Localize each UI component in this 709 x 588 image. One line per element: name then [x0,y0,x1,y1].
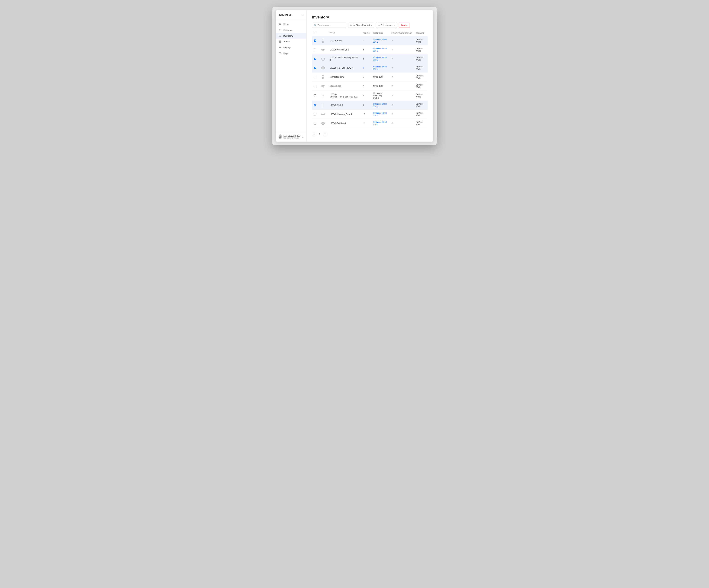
inventory-table-container: TITLE PART # MATERIAL POST-PROCESSINGS S… [312,30,428,128]
menu-toggle-icon[interactable]: ☰ [301,13,304,17]
delete-label: Delete [401,24,407,26]
part-thumbnail [320,74,326,80]
user-email-primary: test+admin@3yd.de [284,135,300,137]
row-material: Stainless Steel 316 L [371,110,390,119]
table-row: 100046-Modified_Fan_Blade_Rev_E-2 8 Alum… [312,91,428,101]
sidebar-item-requests[interactable]: Requests [276,27,307,33]
row-checkbox-cell[interactable] [312,73,318,82]
page-title: Inventory [312,15,428,20]
row-title: 100046-Modified_Fan_Blade_Rev_E-2 [328,91,361,101]
orders-icon [279,40,281,43]
col-header-title: TITLE [328,30,361,36]
current-page-number: 1 [318,132,322,136]
svg-rect-27 [324,113,324,114]
row-checkbox[interactable] [314,58,316,60]
material-link[interactable]: Stainless Steel 316 L [373,66,387,70]
sidebar-item-orders[interactable]: Orders [276,39,307,45]
sidebar-item-orders-label: Orders [283,41,290,43]
row-checkbox[interactable] [314,49,316,51]
row-checkbox-cell[interactable] [312,36,318,45]
user-menu-chevron-icon[interactable]: ▲ [302,136,304,138]
row-checkbox[interactable] [314,104,316,106]
row-checkbox-cell[interactable] [312,101,318,110]
material-link[interactable]: Stainless Steel 316 L [373,112,387,117]
part-thumbnail [320,37,326,44]
prev-page-button[interactable]: ‹ [312,132,316,136]
material-link[interactable]: Stainless Steel 316 L [373,103,387,108]
row-service: OnPoint World [414,54,428,63]
row-material: Stainless Steel 316 L [371,45,390,54]
row-service: OnPoint World [414,110,428,119]
row-checkbox-cell[interactable] [312,91,318,101]
material-link[interactable]: Stainless Steel 316 L [373,47,387,52]
material-link[interactable]: Stainless Steel 316 L [373,56,387,61]
prev-page-icon: ‹ [314,133,314,135]
row-checkbox-cell[interactable] [312,63,318,73]
svg-point-18 [322,67,324,69]
row-part-num: 7 [361,82,371,91]
row-part-num: 3 [361,54,371,63]
row-part-num: 4 [361,63,371,73]
row-title: 100042-Turbine-4 [328,119,361,128]
row-checkbox[interactable] [314,76,316,78]
part-thumbnail [320,120,326,126]
row-checkbox-cell[interactable] [312,119,318,128]
svg-point-23 [322,95,323,96]
table-row: 100025-Lower_Bearing_Sleeve-3 3 Stainles… [312,54,428,63]
table-row: 100025-Assembly1-2 2 Stainless Steel 316… [312,45,428,54]
delete-button[interactable]: Delete [399,23,410,28]
row-thumbnail-cell [318,110,328,119]
material-link[interactable]: Stainless Steel 316 L [373,121,387,126]
row-title: engine-block [328,82,361,91]
user-avatar [279,134,282,139]
filter-button[interactable]: ⚙ No Filters Enabled ▼ [348,23,374,28]
row-service: OnPoint World [414,119,428,128]
svg-rect-25 [321,114,325,115]
sidebar-item-home[interactable]: Home [276,21,307,27]
part-thumbnail [320,65,326,71]
col-header-thumbnail [318,30,328,36]
sidebar-item-inventory[interactable]: Inventory [276,33,307,39]
search-box[interactable]: 🔍 [312,23,346,28]
row-post-processings: -/- [390,36,414,45]
row-checkbox-cell[interactable] [312,110,318,119]
filter-chevron-icon: ▼ [371,24,372,26]
col-header-post: POST-PROCESSINGS [390,30,414,36]
svg-rect-7 [279,41,280,42]
row-checkbox-cell[interactable] [312,54,318,63]
row-title: 100025-ARM-1 [328,36,361,45]
row-checkbox-cell[interactable] [312,45,318,54]
row-checkbox[interactable] [314,113,316,116]
row-checkbox[interactable] [314,85,316,87]
search-input[interactable] [318,24,344,26]
row-checkbox-cell[interactable] [312,82,318,91]
svg-point-20 [323,85,324,86]
row-service: OnPoint World [414,101,428,110]
row-checkbox[interactable] [314,95,316,97]
row-material: Aluminum AlSi10Mg DMLS [371,91,390,101]
row-service: OnPoint World [414,36,428,45]
table-row: engine-block 7 Nylon 12CF -/- OnPoint Wo… [312,82,428,91]
row-checkbox[interactable] [314,122,316,125]
sidebar-item-help-label: Help [283,52,288,55]
select-all-checkbox[interactable] [314,32,316,34]
toolbar: 🔍 ⚙ No Filters Enabled ▼ ⊞ Edit columns … [312,23,428,28]
row-post-processings: -/- [390,110,414,119]
row-checkbox[interactable] [314,40,316,42]
settings-icon [279,46,281,49]
col-header-service: SERVICE [414,30,428,36]
row-checkbox[interactable] [314,67,316,69]
columns-button[interactable]: ⊞ Edit columns ▼ [376,23,397,28]
row-thumbnail-cell [318,91,328,101]
svg-point-21 [322,86,324,87]
sidebar-item-help[interactable]: Help [276,50,307,56]
material-link[interactable]: Stainless Steel 316 L [373,38,387,43]
row-part-num: 2 [361,45,371,54]
next-page-button[interactable]: › [323,132,327,136]
col-header-part-num: PART # [361,30,371,36]
row-title: 100025-Assembly1-2 [328,45,361,54]
sidebar-item-settings[interactable]: Settings [276,45,307,50]
svg-rect-24 [323,103,323,107]
row-post-processings: -/- [390,101,414,110]
row-post-processings: -/- [390,73,414,82]
